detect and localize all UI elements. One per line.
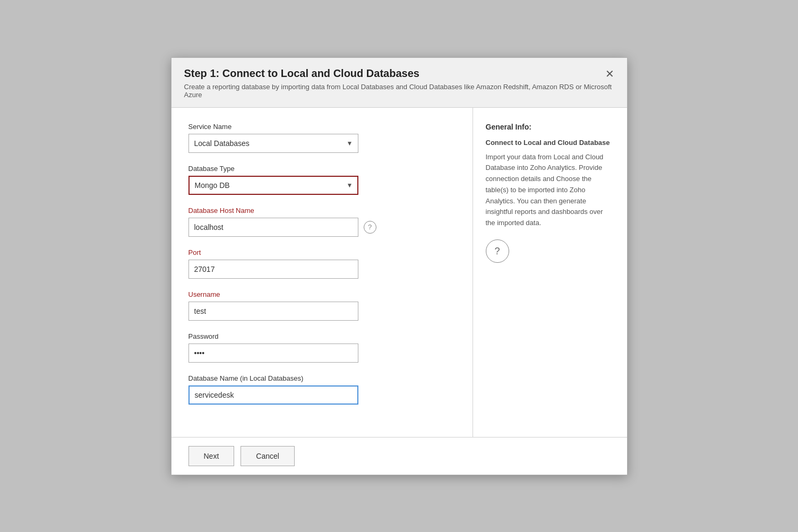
port-label: Port xyxy=(188,248,456,256)
password-input[interactable] xyxy=(188,344,358,363)
service-name-select-wrapper[interactable]: Local Databases Cloud Databases ▼ xyxy=(188,134,358,153)
info-heading: General Info: xyxy=(486,123,614,131)
dialog-footer: Next Cancel xyxy=(171,437,627,475)
db-host-label: Database Host Name xyxy=(188,207,456,214)
close-button[interactable]: ✕ xyxy=(603,66,616,81)
database-type-group: Database Type Mongo DB MySQL PostgreSQL … xyxy=(188,165,456,195)
database-type-select[interactable]: Mongo DB MySQL PostgreSQL Oracle SQL Ser… xyxy=(188,176,358,195)
db-host-input[interactable] xyxy=(188,218,358,237)
db-host-help-icon[interactable]: ? xyxy=(364,221,376,234)
main-dialog: Step 1: Connect to Local and Cloud Datab… xyxy=(171,57,628,475)
username-input[interactable] xyxy=(188,302,358,321)
info-panel: General Info: Connect to Local and Cloud… xyxy=(473,108,627,437)
service-name-select[interactable]: Local Databases Cloud Databases xyxy=(188,134,358,153)
port-input[interactable] xyxy=(188,260,358,279)
password-label: Password xyxy=(188,332,456,340)
db-name-label: Database Name (in Local Databases) xyxy=(188,374,456,382)
form-panel: Service Name Local Databases Cloud Datab… xyxy=(171,108,473,437)
password-group: Password xyxy=(188,332,456,363)
cancel-button[interactable]: Cancel xyxy=(241,446,295,466)
info-subheading: Connect to Local and Cloud Database xyxy=(486,139,614,147)
db-name-group: Database Name (in Local Databases) xyxy=(188,374,456,405)
username-group: Username xyxy=(188,290,456,321)
info-description: Import your data from Local and Cloud Da… xyxy=(486,152,614,229)
dialog-header: Step 1: Connect to Local and Cloud Datab… xyxy=(171,58,627,108)
dialog-body: Service Name Local Databases Cloud Datab… xyxy=(171,108,627,437)
db-name-input[interactable] xyxy=(188,385,358,405)
next-button[interactable]: Next xyxy=(188,446,235,466)
database-type-label: Database Type xyxy=(188,165,456,173)
dialog-subtitle: Create a reporting database by importing… xyxy=(184,83,614,99)
service-name-label: Service Name xyxy=(188,123,456,131)
service-name-group: Service Name Local Databases Cloud Datab… xyxy=(188,123,456,153)
info-help-circle[interactable]: ? xyxy=(486,239,509,263)
username-label: Username xyxy=(188,290,456,298)
port-group: Port xyxy=(188,248,456,279)
dialog-title: Step 1: Connect to Local and Cloud Datab… xyxy=(184,67,614,80)
database-type-select-wrapper[interactable]: Mongo DB MySQL PostgreSQL Oracle SQL Ser… xyxy=(188,176,358,195)
db-host-input-row: ? xyxy=(188,218,456,237)
db-host-group: Database Host Name ? xyxy=(188,207,456,237)
